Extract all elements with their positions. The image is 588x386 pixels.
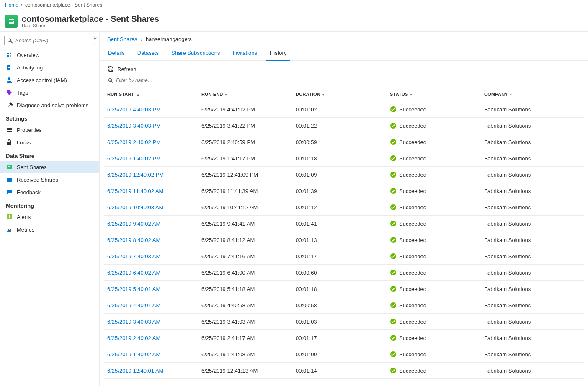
nav-item-iam[interactable]: Access control (IAM) xyxy=(0,74,99,86)
content-breadcrumb: Sent Shares › hanselmangadgets xyxy=(100,32,588,44)
nav-item-alerts[interactable]: Alerts xyxy=(0,211,99,223)
run-start-link[interactable]: 6/25/2019 1:40:02 AM xyxy=(104,346,198,363)
run-end-value: 6/25/2019 4:40:58 AM xyxy=(198,297,292,314)
duration-value: 00:01:18 xyxy=(292,281,387,297)
nav-label: Diagnose and solve problems xyxy=(17,102,88,108)
tab-datasets[interactable]: Datasets xyxy=(137,47,160,60)
status-cell: Succeeded xyxy=(387,281,481,297)
run-start-link[interactable]: 6/25/2019 4:40:03 PM xyxy=(104,101,198,118)
run-start-link[interactable]: 6/25/2019 2:40:02 AM xyxy=(104,330,198,346)
nav-item-overview[interactable]: Overview xyxy=(0,49,99,61)
success-icon xyxy=(390,335,397,341)
run-start-link[interactable]: 6/25/2019 7:40:03 AM xyxy=(104,248,198,265)
breadcrumb-home[interactable]: Home xyxy=(5,0,18,10)
duration-value: 00:01:18 xyxy=(292,150,387,167)
run-start-link[interactable]: 6/25/2019 12:40:02 PM xyxy=(104,167,198,183)
nav-item-activity[interactable]: Activity log xyxy=(0,61,99,74)
success-icon xyxy=(390,171,397,178)
run-start-link[interactable]: 6/25/2019 6:40:02 AM xyxy=(104,265,198,281)
success-icon xyxy=(390,155,397,162)
status-cell: Succeeded xyxy=(387,150,481,167)
success-icon xyxy=(390,253,397,260)
success-icon xyxy=(390,269,397,276)
duration-value: 00:01:09 xyxy=(292,167,387,183)
content-breadcrumb-root[interactable]: Sent Shares xyxy=(107,36,137,42)
nav-item-feedback[interactable]: Feedback xyxy=(0,186,99,198)
sort-asc-icon: ▲ xyxy=(134,93,140,97)
tab-invitations[interactable]: Invitations xyxy=(232,47,258,60)
chevron-right-icon: › xyxy=(21,0,23,10)
run-end-value: 6/25/2019 1:41:08 AM xyxy=(198,346,292,363)
run-start-link[interactable]: 6/25/2019 11:40:02 AM xyxy=(104,183,198,199)
nav-header-datashare: Data Share xyxy=(0,149,99,161)
tab-details[interactable]: Details xyxy=(107,47,126,60)
duration-value: 00:01:09 xyxy=(292,346,387,363)
nav-label: Metrics xyxy=(17,226,34,233)
status-text: Succeeded xyxy=(399,188,426,194)
company-value: Fabrikam Solutions xyxy=(481,248,584,265)
run-start-link[interactable]: 6/25/2019 8:40:02 AM xyxy=(104,232,198,248)
duration-value: 00:01:22 xyxy=(292,118,387,134)
col-run-end[interactable]: RUN END ♦ xyxy=(198,87,292,101)
filter-input[interactable] xyxy=(113,77,222,83)
nav-search-input[interactable] xyxy=(13,38,92,44)
diagnose-icon xyxy=(6,102,13,108)
run-start-link[interactable]: 6/25/2019 3:40:03 PM xyxy=(104,118,198,134)
nav-item-tags[interactable]: Tags xyxy=(0,86,99,99)
status-cell: Succeeded xyxy=(387,199,481,216)
run-start-link[interactable]: 6/25/2019 5:40:01 AM xyxy=(104,281,198,297)
run-start-link[interactable]: 6/25/2019 4:40:01 AM xyxy=(104,297,198,314)
refresh-button[interactable]: Refresh xyxy=(107,66,137,72)
sort-icon: ♦ xyxy=(408,93,413,97)
run-start-link[interactable]: 6/25/2019 9:40:02 AM xyxy=(104,216,198,232)
run-start-link[interactable]: 6/25/2019 12:40:01 AM xyxy=(104,363,198,379)
filter-box[interactable] xyxy=(104,76,225,85)
collapse-nav-icon[interactable]: « xyxy=(94,35,97,41)
col-company[interactable]: COMPANY ♦ xyxy=(481,87,584,101)
table-row: 6/25/2019 9:40:02 AM6/25/2019 9:41:41 AM… xyxy=(104,216,584,232)
nav-item-locks[interactable]: Locks xyxy=(0,136,99,149)
col-status[interactable]: STATUS ♦ xyxy=(387,87,481,101)
tab-subs[interactable]: Share Subscriptions xyxy=(170,47,221,60)
breadcrumb-current: contosomarketplace - Sent Shares xyxy=(25,0,102,10)
success-icon xyxy=(390,318,397,325)
sort-icon: ♦ xyxy=(223,93,227,97)
run-start-link[interactable]: 6/25/2019 3:40:03 AM xyxy=(104,314,198,330)
col-run-start[interactable]: RUN START ▲ xyxy=(104,87,198,101)
run-start-link[interactable]: 6/25/2019 2:40:02 PM xyxy=(104,134,198,150)
company-value: Fabrikam Solutions xyxy=(481,150,584,167)
tab-history[interactable]: History xyxy=(269,47,287,60)
nav-label: Received Shares xyxy=(17,177,58,183)
table-row: 6/25/2019 10:40:03 AM6/25/2019 10:41:12 … xyxy=(104,199,584,216)
company-value: Fabrikam Solutions xyxy=(481,281,584,297)
status-text: Succeeded xyxy=(399,139,426,145)
nav-item-properties[interactable]: Properties xyxy=(0,124,99,136)
status-cell: Succeeded xyxy=(387,216,481,232)
run-end-value: 6/25/2019 3:41:22 PM xyxy=(198,118,292,134)
table-row: 6/25/2019 6:40:02 AM6/25/2019 6:41:00 AM… xyxy=(104,265,584,281)
nav-item-metrics[interactable]: Metrics xyxy=(0,223,99,236)
duration-value: 00:01:41 xyxy=(292,216,387,232)
title-bar: contosomarketplace - Sent Shares Data Sh… xyxy=(0,10,588,32)
success-icon xyxy=(390,302,397,309)
col-duration[interactable]: DURATION ♦ xyxy=(292,87,387,101)
company-value: Fabrikam Solutions xyxy=(481,101,584,118)
nav-item-sent[interactable]: Sent Shares xyxy=(0,161,99,173)
nav-search[interactable] xyxy=(4,36,95,45)
refresh-icon xyxy=(107,66,114,72)
run-start-link[interactable]: 6/25/2019 1:40:02 PM xyxy=(104,150,198,167)
nav-item-diagnose[interactable]: Diagnose and solve problems xyxy=(0,99,99,111)
nav-label: Properties xyxy=(17,127,41,133)
company-value: Fabrikam Solutions xyxy=(481,346,584,363)
status-cell: Succeeded xyxy=(387,183,481,199)
run-end-value: 6/25/2019 8:41:12 AM xyxy=(198,232,292,248)
run-end-value: 6/25/2019 12:41:13 AM xyxy=(198,363,292,379)
success-icon xyxy=(390,106,397,113)
company-value: Fabrikam Solutions xyxy=(481,314,584,330)
run-start-link[interactable]: 6/25/2019 10:40:03 AM xyxy=(104,199,198,216)
status-cell: Succeeded xyxy=(387,248,481,265)
nav-item-received[interactable]: Received Shares xyxy=(0,173,99,186)
run-end-value: 6/25/2019 7:41:16 AM xyxy=(198,248,292,265)
status-cell: Succeeded xyxy=(387,118,481,134)
table-row: 6/25/2019 12:40:01 AM6/25/2019 12:41:13 … xyxy=(104,363,584,379)
